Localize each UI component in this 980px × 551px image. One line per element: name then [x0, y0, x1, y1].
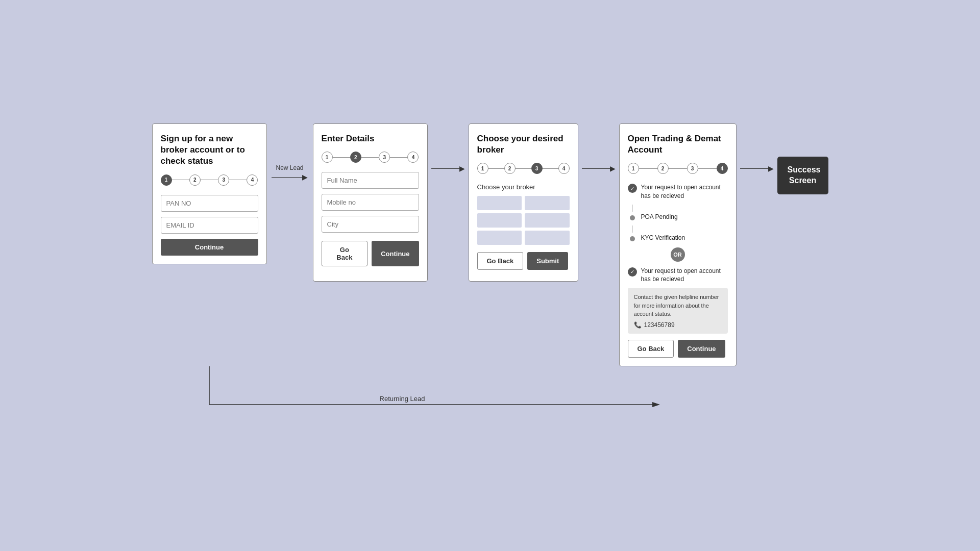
card2-step4: 4 [407, 152, 419, 163]
card4-title: Open Trading & Demat Account [628, 133, 728, 156]
card3-step3: 3 [531, 163, 543, 174]
card1-title: Sign up for a new broker account or to c… [161, 133, 258, 167]
card4-step3: 3 [687, 163, 698, 174]
card3-title: Choose your desired broker [477, 133, 570, 156]
card2-step2: 2 [350, 152, 361, 163]
card4-step4: 4 [717, 163, 728, 174]
mobile-input[interactable] [322, 194, 419, 211]
broker-cell-2[interactable] [525, 196, 570, 210]
returning-lead-svg: Returning Lead [152, 366, 744, 428]
card1-step1: 1 [161, 174, 172, 186]
status-item-2: POA Pending [628, 213, 728, 221]
card1-continue-button[interactable]: Continue [161, 239, 258, 256]
card3-line2 [516, 168, 531, 169]
card1-step4: 4 [247, 174, 258, 186]
arrow1-label: New Lead [276, 164, 303, 171]
card4-line1 [639, 168, 657, 169]
arrow2-head: ▶ [459, 164, 465, 172]
arrow1-container: New Lead ▶ [267, 123, 313, 181]
status-text-4: Your request to open account has be reci… [641, 267, 728, 284]
card1-steps: 1 2 3 4 [161, 174, 258, 186]
card1-step3: 3 [218, 174, 229, 186]
or-circle: OR [671, 247, 685, 262]
arrow3-line: ▶ [582, 164, 616, 172]
card3-goback-button[interactable]: Go Back [477, 252, 524, 270]
status-item-4: ✓ Your request to open account has be re… [628, 267, 728, 284]
card4-line2 [669, 168, 687, 169]
card4-buttons: Go Back Continue [628, 340, 728, 358]
city-input[interactable] [322, 216, 419, 233]
card4-continue-button[interactable]: Continue [678, 340, 725, 358]
card2-line1 [333, 157, 350, 158]
card4-goback-button[interactable]: Go Back [628, 340, 674, 358]
card3-line1 [488, 168, 504, 169]
success-container: Success Screen [777, 123, 828, 194]
status-vline-1 [632, 205, 633, 212]
card2-title: Enter Details [322, 133, 419, 144]
status-icon-1: ✓ [628, 184, 637, 193]
arrow2-line: ▶ [431, 164, 465, 172]
phone-row: 📞 123456789 [634, 321, 722, 329]
card4-step1: 1 [628, 163, 639, 174]
card2-continue-button[interactable]: Continue [372, 241, 419, 266]
returning-lead-section: Returning Lead [152, 366, 828, 428]
success-label1: Success [788, 165, 818, 176]
card-choose-broker: Choose your desired broker 1 2 3 4 Choos… [469, 123, 578, 282]
pan-input[interactable] [161, 195, 258, 212]
canvas: Sign up for a new broker account or to c… [0, 0, 980, 551]
card3-buttons: Go Back Submit [477, 252, 570, 270]
broker-cell-1[interactable] [477, 196, 522, 210]
card3-step1: 1 [477, 163, 488, 174]
info-box: Contact the given helpline number for mo… [628, 288, 728, 334]
broker-cell-4[interactable] [525, 213, 570, 228]
returning-lead-label: Returning Lead [379, 395, 425, 403]
status-text-3: KYC Verification [641, 234, 685, 242]
card2-step3: 3 [379, 152, 390, 163]
status-item-3: KYC Verification [628, 234, 728, 242]
card3-line3 [543, 168, 558, 169]
card4-line3 [698, 168, 717, 169]
arrow1-horiz [272, 177, 302, 178]
email-input[interactable] [161, 217, 258, 234]
fullname-input[interactable] [322, 172, 419, 189]
card4-step2: 2 [657, 163, 669, 174]
card2-step1: 1 [322, 152, 333, 163]
card4-steps: 1 2 3 4 [628, 163, 728, 174]
success-box: Success Screen [777, 157, 828, 194]
card-enter-details: Enter Details 1 2 3 4 Go Back Continue [313, 123, 428, 282]
status-icon-2 [630, 215, 635, 220]
broker-cell-5[interactable] [477, 231, 522, 245]
card3-step4: 4 [558, 163, 570, 174]
arrow2-horiz [431, 168, 459, 169]
or-divider: OR [628, 247, 728, 262]
svg-marker-2 [652, 402, 660, 407]
arrow2-container: ▶ [428, 123, 469, 172]
card1-step2: 2 [189, 174, 201, 186]
card1-line3 [229, 180, 247, 181]
card2-line2 [361, 157, 379, 158]
arrow4-line: ▶ [740, 164, 774, 172]
status-icon-3 [630, 236, 635, 241]
arrow3-horiz [582, 168, 610, 169]
success-label2: Screen [788, 176, 818, 186]
card3-subtitle: Choose your broker [477, 183, 570, 191]
card2-steps: 1 2 3 4 [322, 152, 419, 163]
status-item-1: ✓ Your request to open account has be re… [628, 183, 728, 201]
arrow3-head: ▶ [610, 164, 616, 172]
arrow1-line: ▶ [272, 173, 308, 181]
card3-submit-button[interactable]: Submit [527, 252, 568, 270]
card2-buttons: Go Back Continue [322, 241, 419, 266]
card-open-account: Open Trading & Demat Account 1 2 3 4 ✓ Y… [619, 123, 737, 366]
card3-steps: 1 2 3 4 [477, 163, 570, 174]
status-icon-4: ✓ [628, 267, 637, 277]
broker-cell-6[interactable] [525, 231, 570, 245]
arrow4-container: ▶ [737, 123, 777, 172]
arrow3-container: ▶ [578, 123, 619, 172]
status-text-2: POA Pending [641, 213, 678, 221]
status-text-1: Your request to open account has be reci… [641, 183, 728, 201]
status-vline-2 [632, 226, 633, 233]
arrow4-horiz [740, 168, 768, 169]
card2-goback-button[interactable]: Go Back [322, 241, 368, 266]
broker-cell-3[interactable] [477, 213, 522, 228]
card-signup: Sign up for a new broker account or to c… [152, 123, 267, 264]
